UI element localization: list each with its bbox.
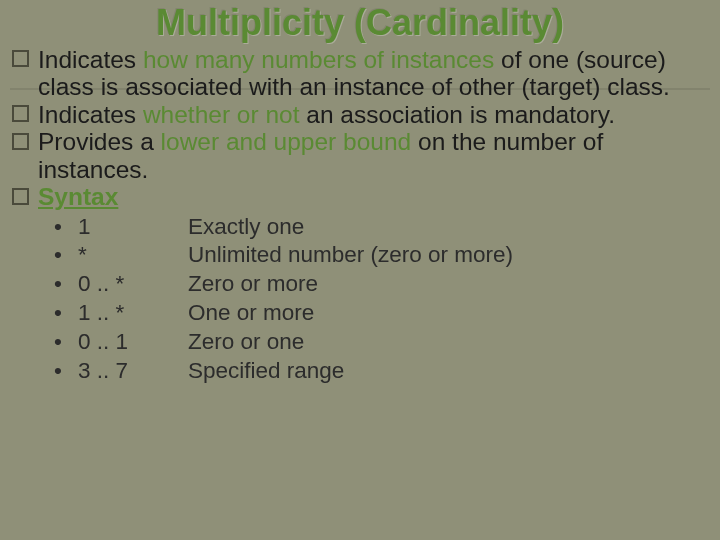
- syntax-row: • 1 .. * One or more: [54, 299, 702, 328]
- bullet-4: Syntax: [12, 183, 702, 210]
- syntax-desc: Specified range: [188, 357, 344, 386]
- syntax-desc: Unlimited number (zero or more): [188, 241, 513, 270]
- dot-bullet-icon: •: [54, 357, 78, 386]
- syntax-symbol: *: [78, 241, 188, 270]
- square-bullet-icon: [12, 188, 29, 205]
- dot-bullet-icon: •: [54, 299, 78, 328]
- syntax-list: • 1 Exactly one • * Unlimited number (ze…: [12, 213, 702, 386]
- slide-body: Indicates how many numbers of instances …: [12, 46, 702, 385]
- syntax-symbol: 1: [78, 213, 188, 242]
- bullet-2-accent: whether or not: [143, 101, 306, 128]
- dot-bullet-icon: •: [54, 328, 78, 357]
- square-bullet-icon: [12, 50, 29, 67]
- syntax-row: • 3 .. 7 Specified range: [54, 357, 702, 386]
- syntax-row: • 0 .. 1 Zero or one: [54, 328, 702, 357]
- bullet-3: Provides a lower and upper bound on the …: [12, 128, 702, 183]
- syntax-symbol: 0 .. 1: [78, 328, 188, 357]
- bullet-4-accent: Syntax: [38, 183, 118, 210]
- slide-title: Multiplicity (Cardinality): [0, 2, 720, 44]
- slide: Multiplicity (Cardinality) Indicates how…: [0, 0, 720, 540]
- square-bullet-icon: [12, 105, 29, 122]
- dot-bullet-icon: •: [54, 241, 78, 270]
- bullet-1-pre: Indicates: [38, 46, 143, 73]
- syntax-row: • 0 .. * Zero or more: [54, 270, 702, 299]
- syntax-symbol: 3 .. 7: [78, 357, 188, 386]
- syntax-row: • * Unlimited number (zero or more): [54, 241, 702, 270]
- bullet-3-accent: lower and upper bound: [161, 128, 418, 155]
- dot-bullet-icon: •: [54, 213, 78, 242]
- bullet-3-pre: Provides a: [38, 128, 161, 155]
- syntax-desc: One or more: [188, 299, 314, 328]
- syntax-row: • 1 Exactly one: [54, 213, 702, 242]
- bullet-2-post: an association is mandatory.: [306, 101, 615, 128]
- syntax-desc: Exactly one: [188, 213, 304, 242]
- square-bullet-icon: [12, 133, 29, 150]
- bullet-1: Indicates how many numbers of instances …: [12, 46, 702, 101]
- bullet-2: Indicates whether or not an association …: [12, 101, 702, 128]
- bullet-2-pre: Indicates: [38, 101, 143, 128]
- syntax-symbol: 0 .. *: [78, 270, 188, 299]
- syntax-symbol: 1 .. *: [78, 299, 188, 328]
- syntax-desc: Zero or one: [188, 328, 304, 357]
- dot-bullet-icon: •: [54, 270, 78, 299]
- bullet-1-accent: how many numbers of instances: [143, 46, 501, 73]
- syntax-desc: Zero or more: [188, 270, 318, 299]
